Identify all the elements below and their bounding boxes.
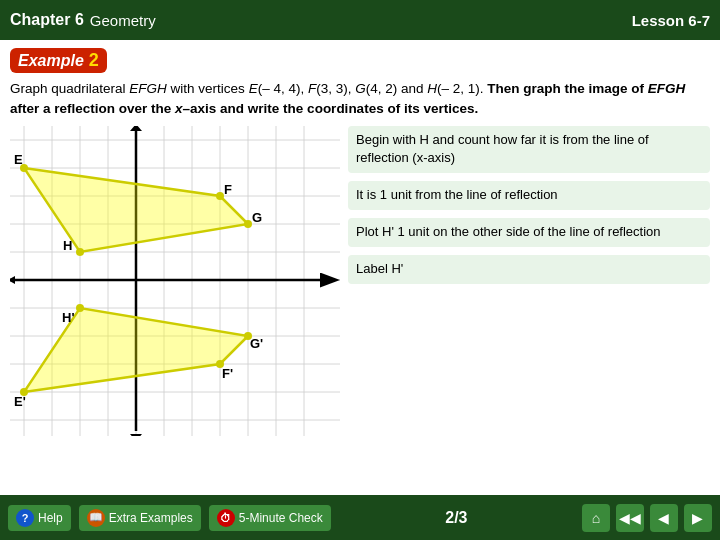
explanation-1: Begin with H and count how far it is fro… xyxy=(348,126,710,174)
example-badge: Example 2 xyxy=(10,48,107,73)
explanation-2-text: It is 1 unit from the line of reflection xyxy=(356,187,558,202)
explanation-4-text: Label H' xyxy=(356,261,403,276)
body-layout: E F G H E' F' G' H' Begin with H and cou… xyxy=(10,126,710,436)
footer-right: ⌂ ◀◀ ◀ ▶ xyxy=(582,504,712,532)
check-label: 5-Minute Check xyxy=(239,511,323,525)
label-F: F xyxy=(224,182,232,197)
prev-prev-button[interactable]: ◀◀ xyxy=(616,504,644,532)
page-number: 2/3 xyxy=(445,509,467,527)
extra-examples-button[interactable]: 📖 Extra Examples xyxy=(79,505,201,531)
footer-left: ? Help 📖 Extra Examples ⏱ 5-Minute Check xyxy=(8,505,331,531)
svg-marker-25 xyxy=(130,126,142,131)
main-content: Example 2 Graph quadrilateral EFGH with … xyxy=(0,40,720,495)
point-F xyxy=(216,192,224,200)
example-label: Example xyxy=(18,52,84,70)
explanation-3-text: Plot H' 1 unit on the other side of the … xyxy=(356,224,661,239)
problem-text: Graph quadrilateral EFGH with vertices E… xyxy=(10,79,710,120)
explanation-3: Plot H' 1 unit on the other side of the … xyxy=(348,218,710,247)
header-left: Chapter 6 Geometry xyxy=(10,11,156,29)
point-Hp xyxy=(76,304,84,312)
next-button[interactable]: ▶ xyxy=(684,504,712,532)
explanation-4: Label H' xyxy=(348,255,710,284)
home-button[interactable]: ⌂ xyxy=(582,504,610,532)
svg-marker-23 xyxy=(10,276,15,284)
check-icon: ⏱ xyxy=(217,509,235,527)
footer: ? Help 📖 Extra Examples ⏱ 5-Minute Check… xyxy=(0,495,720,540)
label-E: E xyxy=(14,152,23,167)
chapter-label: Chapter 6 xyxy=(10,11,84,29)
label-Gp: G' xyxy=(250,336,263,351)
five-minute-check-button[interactable]: ⏱ 5-Minute Check xyxy=(209,505,331,531)
help-icon: ? xyxy=(16,509,34,527)
label-Hp: H' xyxy=(62,310,74,325)
grid-container: E F G H E' F' G' H' xyxy=(10,126,340,436)
lesson-label: Lesson 6-7 xyxy=(632,12,710,29)
point-G xyxy=(244,220,252,228)
help-button[interactable]: ? Help xyxy=(8,505,71,531)
header: Chapter 6 Geometry Lesson 6-7 xyxy=(0,0,720,40)
extra-label: Extra Examples xyxy=(109,511,193,525)
explanation-2: It is 1 unit from the line of reflection xyxy=(348,181,710,210)
help-label: Help xyxy=(38,511,63,525)
explanation-1-text: Begin with H and count how far it is fro… xyxy=(356,132,649,166)
prev-button[interactable]: ◀ xyxy=(650,504,678,532)
subject-label: Geometry xyxy=(90,12,156,29)
svg-marker-26 xyxy=(130,434,142,436)
point-H xyxy=(76,248,84,256)
label-Fp: F' xyxy=(222,366,233,381)
label-Ep: E' xyxy=(14,394,26,409)
explanations-panel: Begin with H and count how far it is fro… xyxy=(348,126,710,284)
extra-icon: 📖 xyxy=(87,509,105,527)
label-G: G xyxy=(252,210,262,225)
grid-svg: E F G H E' F' G' H' xyxy=(10,126,340,436)
label-H: H xyxy=(63,238,72,253)
example-number: 2 xyxy=(89,50,99,71)
